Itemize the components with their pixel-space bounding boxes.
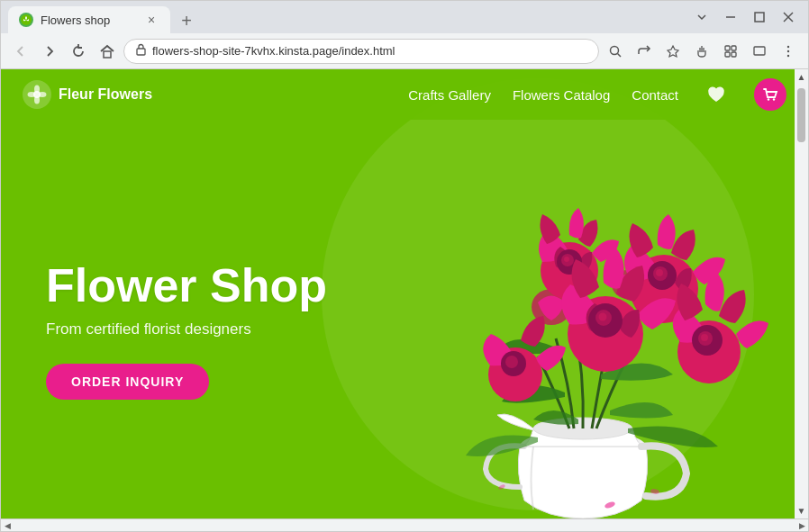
extensions-icon-button[interactable]: [718, 39, 743, 64]
svg-point-47: [701, 334, 708, 341]
svg-rect-10: [725, 46, 730, 50]
hero-section: Flower Shop From certified florist desig…: [1, 69, 808, 518]
minimize-button[interactable]: [718, 5, 743, 30]
website: Fleur Flowers Crafts Gallery Flowers Cat…: [1, 69, 808, 518]
horizontal-scrollbar[interactable]: ◀ ▶: [1, 518, 808, 531]
tab-favicon: [19, 13, 33, 27]
forward-button[interactable]: [37, 39, 62, 64]
svg-point-23: [768, 98, 769, 100]
new-tab-button[interactable]: +: [174, 8, 199, 33]
site-logo: Fleur Flowers: [23, 80, 408, 109]
scroll-left-button[interactable]: ◀: [1, 519, 14, 532]
browser-window: Flowers shop × +: [0, 0, 809, 532]
scroll-thumb[interactable]: [797, 88, 805, 142]
order-inquiry-button[interactable]: ORDER INQUIRY: [46, 364, 209, 400]
lock-icon: [135, 43, 147, 59]
hero-subtitle: From certified florist designers: [46, 320, 327, 338]
svg-point-24: [773, 98, 775, 100]
tab-title: Flowers shop: [41, 14, 136, 27]
window-controls: [689, 5, 801, 30]
scroll-right-button[interactable]: ▶: [795, 519, 808, 532]
scroll-down-button[interactable]: ▼: [795, 503, 808, 518]
svg-point-7: [611, 46, 619, 54]
tab-close-button[interactable]: ×: [143, 12, 159, 28]
svg-point-35: [564, 257, 569, 262]
back-button[interactable]: [8, 39, 33, 64]
svg-point-19: [34, 86, 40, 94]
svg-point-17: [787, 54, 789, 56]
menu-button[interactable]: [776, 39, 801, 64]
maximize-button[interactable]: [747, 5, 772, 30]
vertical-scrollbar[interactable]: ▲ ▼: [795, 69, 808, 518]
url-bar[interactable]: flowers-shop-site-7kvhx.kinsta.page/inde…: [123, 39, 599, 64]
site-navigation: Fleur Flowers Crafts Gallery Flowers Cat…: [1, 69, 808, 120]
svg-point-20: [34, 96, 40, 104]
scroll-up-button[interactable]: ▲: [795, 69, 808, 85]
cast-icon-button[interactable]: [747, 39, 772, 64]
reload-button[interactable]: [66, 39, 91, 64]
svg-rect-13: [732, 52, 736, 57]
nav-link-contact[interactable]: Contact: [632, 87, 678, 103]
cart-button[interactable]: [754, 78, 786, 111]
svg-rect-11: [732, 46, 736, 50]
url-text: flowers-shop-site-7kvhx.kinsta.page/inde…: [152, 44, 395, 58]
nav-link-flowers-catalog[interactable]: Flowers Catalog: [513, 87, 610, 103]
page-content: Fleur Flowers Crafts Gallery Flowers Cat…: [1, 69, 808, 518]
logo-text: Fleur Flowers: [59, 86, 152, 103]
svg-point-16: [787, 50, 789, 51]
hero-title: Flower Shop: [46, 260, 327, 311]
bookmark-icon-button[interactable]: [660, 39, 686, 64]
nav-link-crafts-gallery[interactable]: Crafts Gallery: [408, 87, 491, 103]
home-button[interactable]: [95, 39, 120, 64]
svg-rect-12: [725, 52, 730, 57]
svg-point-43: [599, 313, 607, 321]
svg-point-21: [28, 92, 36, 97]
svg-rect-5: [104, 51, 111, 58]
svg-point-22: [39, 92, 47, 97]
svg-rect-2: [755, 13, 764, 22]
flower-image: [340, 69, 808, 518]
hero-text: Flower Shop From certified florist desig…: [1, 188, 327, 400]
h-scroll-track: [14, 519, 795, 531]
tab-area: Flowers shop × +: [8, 1, 682, 33]
close-button[interactable]: [776, 5, 801, 30]
title-bar: Flowers shop × +: [1, 1, 808, 33]
hand-icon-button[interactable]: [689, 39, 714, 64]
svg-rect-14: [754, 47, 765, 55]
svg-point-50: [505, 356, 518, 368]
share-icon-button[interactable]: [632, 39, 657, 64]
chevron-down-button[interactable]: [689, 5, 714, 30]
svg-point-39: [656, 269, 663, 276]
svg-line-8: [618, 53, 622, 57]
logo-icon: [23, 80, 51, 109]
svg-point-15: [787, 45, 789, 47]
svg-rect-6: [137, 49, 145, 55]
active-tab[interactable]: Flowers shop ×: [8, 6, 170, 33]
search-icon-button[interactable]: [603, 39, 628, 64]
scroll-track[interactable]: [795, 85, 808, 503]
svg-marker-9: [668, 46, 678, 57]
nav-links: Crafts Gallery Flowers Catalog Contact: [408, 78, 786, 111]
address-bar: flowers-shop-site-7kvhx.kinsta.page/inde…: [1, 33, 808, 69]
wishlist-button[interactable]: [700, 78, 732, 111]
